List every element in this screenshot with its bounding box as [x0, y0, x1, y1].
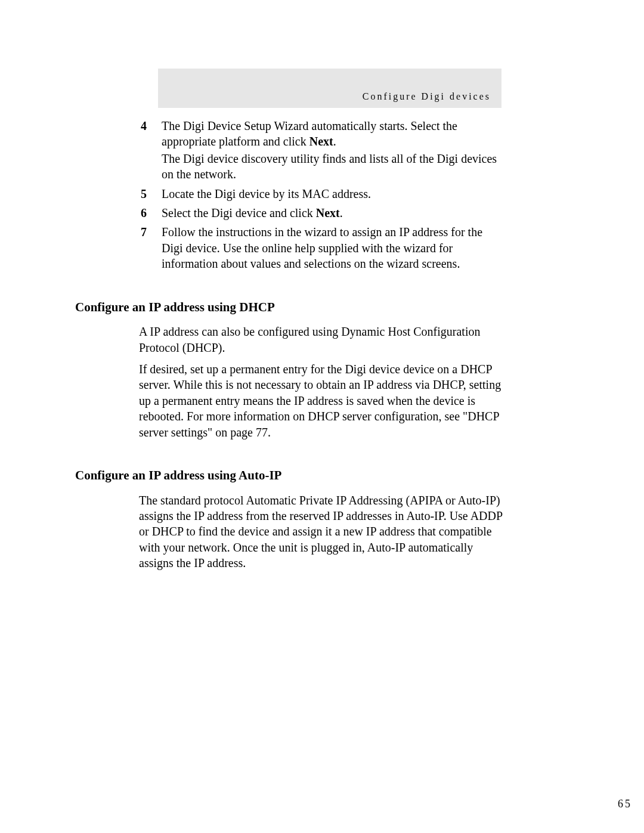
text-run: Select the Digi device and click	[162, 206, 316, 219]
bold-run: Next	[309, 135, 333, 148]
step-item: 4 The Digi Device Setup Wizard automatic…	[75, 118, 502, 182]
page-number: 65	[618, 798, 632, 810]
step-body: Locate the Digi device by its MAC addres…	[162, 186, 502, 202]
step-number: 4	[75, 118, 162, 134]
text-run: .	[340, 206, 343, 219]
text-run: Follow the instructions in the wizard to…	[162, 225, 482, 270]
bold-run: Next	[316, 206, 340, 219]
step-paragraph: The Digi device discovery utility finds …	[162, 151, 502, 182]
step-paragraph: Follow the instructions in the wizard to…	[162, 224, 502, 271]
section-paragraph: The standard protocol Automatic Private …	[139, 493, 503, 571]
header-band: Configure Digi devices	[158, 69, 501, 108]
text-run: Locate the Digi device by its MAC addres…	[162, 187, 371, 200]
step-body: Select the Digi device and click Next.	[162, 205, 502, 221]
section-paragraph: If desired, set up a permanent entry for…	[139, 361, 503, 440]
page-content: 4 The Digi Device Setup Wizard automatic…	[75, 118, 502, 571]
step-number: 7	[75, 224, 162, 240]
step-item: 7 Follow the instructions in the wizard …	[75, 224, 502, 271]
text-run: .	[333, 135, 336, 148]
header-title: Configure Digi devices	[363, 91, 491, 102]
section-heading-autoip: Configure an IP address using Auto-IP	[75, 467, 502, 484]
document-page: Configure Digi devices 4 The Digi Device…	[0, 0, 644, 833]
step-body: Follow the instructions in the wizard to…	[162, 224, 502, 271]
step-paragraph: Select the Digi device and click Next.	[162, 205, 502, 221]
step-number: 5	[75, 186, 162, 202]
step-item: 5 Locate the Digi device by its MAC addr…	[75, 186, 502, 202]
step-number: 6	[75, 205, 162, 221]
section-heading-dhcp: Configure an IP address using DHCP	[75, 299, 502, 316]
section-paragraph: A IP address can also be configured usin…	[139, 324, 503, 355]
step-body: The Digi Device Setup Wizard automatical…	[162, 118, 502, 182]
step-item: 6 Select the Digi device and click Next.	[75, 205, 502, 221]
text-run: The Digi device discovery utility finds …	[162, 152, 497, 181]
step-paragraph: The Digi Device Setup Wizard automatical…	[162, 118, 502, 150]
step-paragraph: Locate the Digi device by its MAC addres…	[162, 186, 502, 202]
